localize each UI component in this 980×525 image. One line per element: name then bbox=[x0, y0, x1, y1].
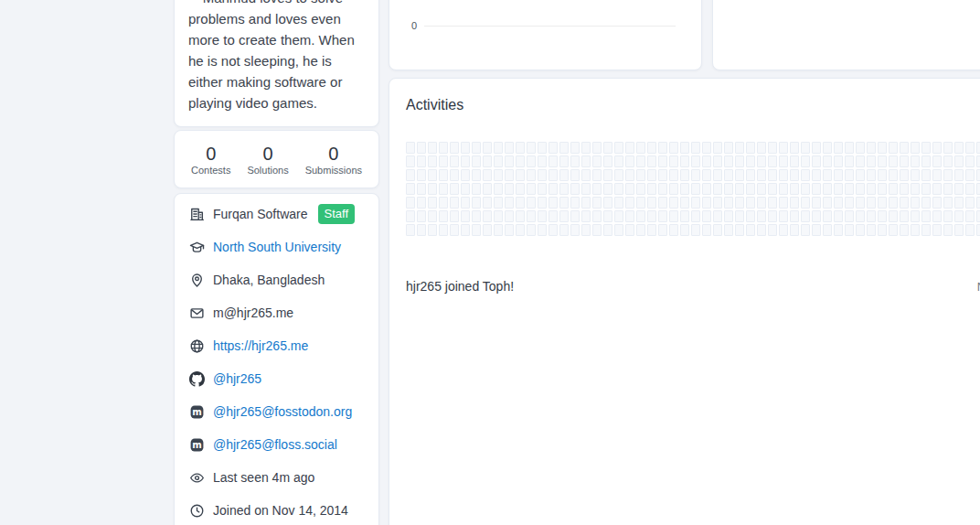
heatmap-cell bbox=[965, 155, 975, 167]
detail-github[interactable]: @hjr265 bbox=[189, 362, 364, 395]
solutions-count: 0 bbox=[247, 144, 288, 164]
mastodon-fosstodon-link[interactable]: @hjr265@fosstodon.org bbox=[213, 404, 352, 419]
heatmap-cell bbox=[658, 169, 667, 181]
heatmap-cell bbox=[559, 224, 569, 236]
heatmap-cell bbox=[406, 169, 415, 181]
heatmap-cell bbox=[790, 142, 799, 154]
heatmap-cell bbox=[856, 197, 865, 209]
heatmap-cell bbox=[428, 155, 437, 167]
heatmap-cell bbox=[911, 197, 920, 209]
heatmap-cell bbox=[669, 197, 678, 209]
heatmap-cell bbox=[691, 183, 700, 195]
heatmap-cell bbox=[505, 142, 514, 154]
heatmap-cell bbox=[581, 224, 591, 236]
heatmap-cell bbox=[757, 197, 766, 209]
heatmap-cell bbox=[483, 210, 492, 222]
heatmap-cell bbox=[878, 197, 887, 209]
heatmap-cell bbox=[812, 224, 821, 236]
heatmap-cell bbox=[669, 142, 678, 154]
heatmap-cell bbox=[625, 224, 634, 236]
heatmap-cell bbox=[680, 155, 689, 167]
heatmap-cell bbox=[494, 224, 503, 236]
github-link[interactable]: @hjr265 bbox=[213, 371, 261, 386]
activities-title: Activities bbox=[406, 97, 980, 113]
heatmap-cell bbox=[592, 210, 602, 222]
heatmap-cell bbox=[428, 210, 437, 222]
heatmap-cell bbox=[900, 183, 909, 195]
heatmap-cell bbox=[724, 224, 733, 236]
heatmap-cell bbox=[669, 210, 678, 222]
heatmap-cell bbox=[549, 142, 558, 154]
heatmap-cell bbox=[746, 169, 755, 181]
stat-solutions: 0 Solutions bbox=[247, 144, 288, 176]
heatmap-cell bbox=[647, 224, 656, 236]
heatmap-cell bbox=[713, 183, 722, 195]
heatmap-cell bbox=[417, 169, 426, 181]
heatmap-row bbox=[406, 210, 980, 222]
heatmap-cell bbox=[581, 210, 591, 222]
heatmap-cell bbox=[757, 142, 766, 154]
contests-count: 0 bbox=[191, 144, 230, 164]
heatmap-cell bbox=[856, 224, 865, 236]
heatmap-cell bbox=[702, 210, 711, 222]
heatmap-cell bbox=[581, 142, 591, 154]
heatmap-cell bbox=[570, 169, 580, 181]
heatmap-cell bbox=[450, 169, 459, 181]
heatmap-cell bbox=[801, 155, 810, 167]
detail-website[interactable]: https://hjr265.me bbox=[189, 329, 364, 362]
heatmap-cell bbox=[417, 210, 426, 222]
heatmap-cell bbox=[680, 142, 689, 154]
heatmap-cell bbox=[691, 142, 700, 154]
heatmap-cell bbox=[570, 224, 580, 236]
heatmap-cell bbox=[680, 197, 689, 209]
heatmap-cell bbox=[812, 183, 821, 195]
heatmap-cell bbox=[768, 155, 777, 167]
heatmap-cell bbox=[483, 155, 492, 167]
heatmap-cell bbox=[450, 142, 459, 154]
heatmap-cell bbox=[592, 197, 602, 209]
location-text: Dhaka, Bangladesh bbox=[213, 273, 325, 287]
heatmap-cell bbox=[900, 224, 909, 236]
mastodon-floss-link[interactable]: @hjr265@floss.social bbox=[213, 437, 337, 452]
heatmap-cell bbox=[483, 197, 492, 209]
detail-mastodon-floss[interactable]: m @hjr265@floss.social bbox=[189, 428, 364, 461]
heatmap-cell bbox=[856, 169, 865, 181]
heatmap-cell bbox=[647, 183, 656, 195]
heatmap-cell bbox=[801, 197, 810, 209]
detail-university[interactable]: North South University bbox=[189, 230, 364, 263]
heatmap-cell bbox=[954, 155, 964, 167]
detail-mastodon-fosstodon[interactable]: m @hjr265@fosstodon.org bbox=[189, 395, 364, 428]
heatmap-cell bbox=[976, 224, 980, 236]
heatmap-cell bbox=[932, 169, 942, 181]
heatmap-cell bbox=[713, 142, 722, 154]
heatmap-cell bbox=[592, 142, 602, 154]
heatmap-cell bbox=[702, 142, 711, 154]
heatmap-cell bbox=[812, 142, 821, 154]
heatmap-cell bbox=[538, 169, 547, 181]
heatmap-cell bbox=[625, 197, 634, 209]
heatmap-cell bbox=[428, 142, 437, 154]
heatmap-cell bbox=[779, 197, 788, 209]
heatmap-cell bbox=[976, 142, 980, 154]
envelope-icon bbox=[189, 305, 205, 321]
heatmap-cell bbox=[976, 169, 980, 181]
heatmap-cell bbox=[713, 197, 722, 209]
heatmap-cell bbox=[757, 155, 766, 167]
heatmap-cell bbox=[932, 183, 942, 195]
heatmap-cell bbox=[735, 183, 744, 195]
heatmap-cell bbox=[878, 142, 887, 154]
heatmap-cell bbox=[823, 210, 832, 222]
heatmap-cell bbox=[856, 155, 865, 167]
building-icon bbox=[189, 207, 205, 222]
heatmap-cell bbox=[724, 210, 733, 222]
heatmap-cell bbox=[867, 155, 876, 167]
heatmap-cell bbox=[592, 224, 602, 236]
heatmap-cell bbox=[505, 210, 514, 222]
submissions-label: Submissions bbox=[305, 165, 362, 176]
website-link[interactable]: https://hjr265.me bbox=[213, 338, 308, 353]
university-link[interactable]: North South University bbox=[213, 240, 341, 254]
heatmap-cell bbox=[494, 155, 503, 167]
heatmap-cell bbox=[570, 210, 580, 222]
heatmap-cell bbox=[516, 183, 525, 195]
heatmap-row bbox=[406, 197, 980, 209]
